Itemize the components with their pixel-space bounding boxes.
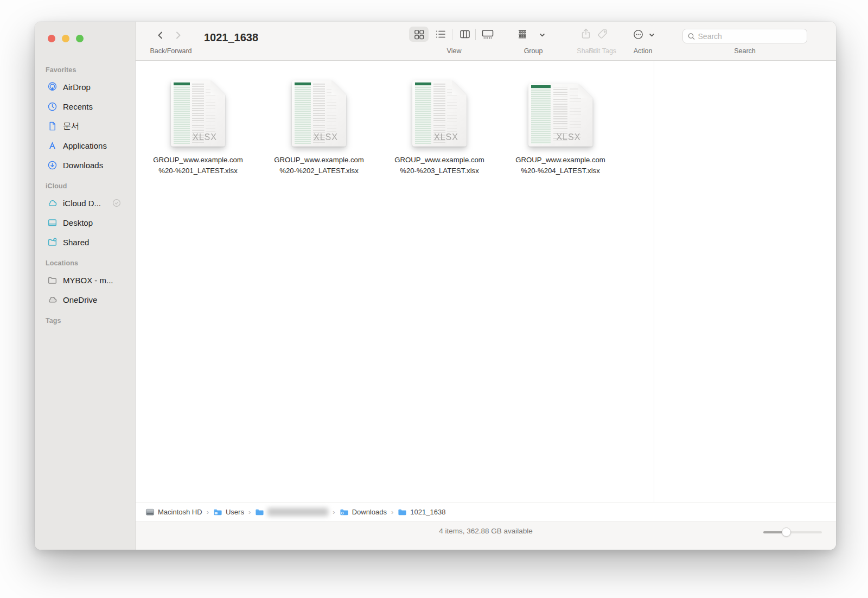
pane-divider (654, 61, 654, 502)
file-type-label: XLSX (307, 132, 344, 142)
sidebar-item-label: OneDrive (63, 295, 97, 304)
page-fold (452, 80, 467, 95)
sidebar-item-icloud-drive[interactable]: iCloud D... (35, 193, 135, 213)
sidebar: Favorites AirDrop Recents (35, 22, 136, 550)
back-button[interactable] (154, 28, 167, 42)
cloud-icon (47, 294, 58, 305)
sidebar-item-airdrop[interactable]: AirDrop (35, 77, 135, 97)
sidebar-item-onedrive[interactable]: OneDrive (35, 290, 135, 309)
search-field[interactable] (682, 29, 807, 43)
slider-thumb[interactable] (782, 527, 791, 537)
toolbar: Back/Forward 1021_1638 (136, 22, 836, 61)
status-text: 4 items, 362.88 GB available (136, 527, 836, 535)
file-item[interactable]: XLSX GROUP_www.example.com%20-%202_LATES… (261, 78, 376, 176)
pathbar-item-user-redacted[interactable] (255, 507, 328, 517)
search-input[interactable] (698, 32, 802, 41)
sidebar-section-favorites: Favorites (35, 59, 135, 77)
view-as-gallery-button[interactable] (481, 28, 495, 40)
hard-drive-icon (145, 507, 155, 517)
share-button[interactable] (580, 27, 592, 40)
file-item[interactable]: XLSX GROUP_www.example.com%20-%204_LATES… (503, 78, 618, 176)
view-as-columns-button[interactable] (459, 28, 471, 40)
sidebar-item-downloads[interactable]: Downloads (35, 155, 135, 175)
shared-folder-icon (47, 237, 58, 247)
sidebar-item-desktop[interactable]: Desktop (35, 213, 135, 232)
grid-view-icon (413, 29, 425, 40)
sidebar-item-label: Downloads (63, 161, 103, 170)
minimize-button[interactable] (62, 35, 69, 42)
file-name: GROUP_www.example.com%20-%203_LATEST.xls… (382, 155, 497, 176)
sidebar-section-icloud: iCloud (35, 175, 135, 193)
group-chevron[interactable] (538, 31, 546, 39)
sidebar-item-recents[interactable]: Recents (35, 97, 135, 116)
group-icon (516, 28, 528, 40)
close-button[interactable] (48, 35, 55, 42)
desktop-icon (47, 217, 58, 228)
file-item[interactable]: XLSX GROUP_www.example.com%20-%201_LATES… (141, 78, 256, 176)
sidebar-item-label: iCloud D... (63, 199, 101, 208)
airdrop-icon (47, 81, 58, 92)
columns-view-icon (459, 28, 471, 40)
page-fold (578, 84, 593, 98)
forward-button[interactable] (171, 28, 184, 42)
file-item[interactable]: XLSX GROUP_www.example.com%20-%203_LATES… (382, 78, 497, 176)
action-label: Action (616, 47, 670, 55)
group-button[interactable] (516, 28, 529, 40)
finder-window: Favorites AirDrop Recents (35, 22, 836, 550)
sidebar-item-documents[interactable]: 문서 (35, 116, 135, 136)
pathbar-item-macintosh-hd[interactable]: Macintosh HD (145, 507, 202, 517)
window-title: 1021_1638 (204, 31, 258, 44)
applications-icon (47, 140, 58, 151)
icon-size-slider[interactable] (763, 528, 822, 537)
path-separator: › (244, 508, 255, 516)
ellipsis-circle-icon (633, 29, 644, 40)
chevron-left-icon (155, 29, 167, 41)
folder-icon (213, 507, 222, 517)
xlsx-file-icon: XLSX (171, 80, 225, 147)
traffic-lights (48, 35, 84, 42)
action-chevron[interactable] (648, 31, 655, 39)
toolbar-divider (475, 29, 476, 40)
document-icon (47, 120, 58, 131)
path-bar: Macintosh HD › Users › › (136, 502, 836, 521)
sidebar-item-label: Shared (63, 238, 89, 247)
sidebar-item-shared[interactable]: Shared (35, 232, 135, 252)
zoom-button[interactable] (76, 35, 84, 42)
group-label: Group (503, 47, 563, 55)
edit-tags-button[interactable] (596, 28, 608, 40)
check-circle-icon (112, 199, 121, 207)
search-icon (687, 32, 695, 41)
file-name: GROUP_www.example.com%20-%202_LATEST.xls… (261, 155, 376, 176)
chevron-right-icon (172, 29, 184, 41)
view-label: View (422, 47, 487, 55)
sidebar-item-applications[interactable]: Applications (35, 136, 135, 155)
folder-icon (340, 507, 349, 517)
file-name: GROUP_www.example.com%20-%204_LATEST.xls… (503, 155, 618, 176)
gallery-view-icon (481, 28, 495, 40)
pathbar-item-users[interactable]: Users (213, 507, 244, 517)
sidebar-section-tags: Tags (35, 309, 135, 328)
action-button[interactable] (632, 28, 644, 40)
file-type-label: XLSX (546, 132, 591, 142)
share-icon (580, 28, 592, 40)
sidebar-item-label: Applications (63, 141, 107, 150)
download-circle-icon (47, 160, 58, 170)
path-separator: › (202, 508, 213, 516)
file-view[interactable]: XLSX GROUP_www.example.com%20-%201_LATES… (136, 61, 836, 502)
path-separator: › (387, 508, 398, 516)
sidebar-item-label: Desktop (63, 218, 93, 227)
pathbar-item-downloads[interactable]: Downloads (340, 507, 387, 517)
folder-icon (255, 507, 264, 517)
chevron-down-icon (539, 31, 546, 39)
path-separator: › (328, 508, 339, 516)
view-as-list-button[interactable] (435, 28, 446, 40)
clock-icon (47, 101, 58, 112)
folder-icon (47, 275, 58, 285)
xlsx-file-icon: XLSX (412, 80, 467, 147)
pathbar-item-current-folder[interactable]: 1021_1638 (398, 507, 445, 517)
view-as-icons-button[interactable] (409, 27, 429, 42)
sidebar-item-mybox[interactable]: MYBOX - m... (35, 270, 135, 290)
sidebar-item-label: Recents (63, 102, 93, 111)
back-forward-label: Back/Forward (136, 47, 206, 55)
sidebar-item-label: AirDrop (63, 82, 91, 92)
